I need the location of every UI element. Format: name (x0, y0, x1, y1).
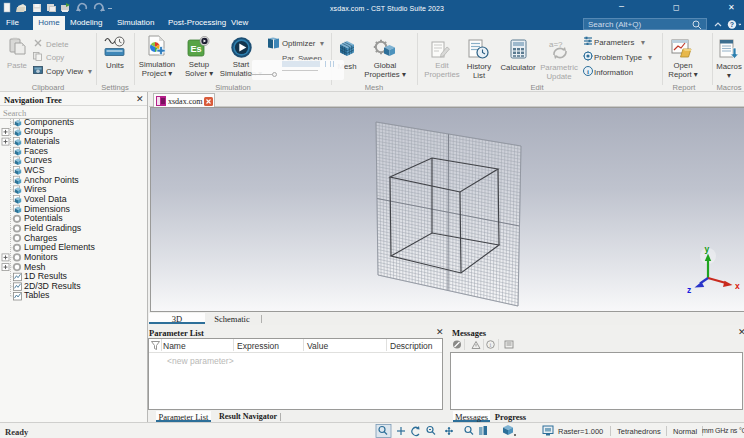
svg-text:i: i (490, 341, 492, 348)
svg-text:?: ? (730, 21, 734, 28)
svg-text:z: z (687, 285, 691, 295)
svg-text:x: x (735, 281, 740, 291)
svg-text:Es: Es (190, 44, 201, 54)
svg-text:y: y (705, 244, 710, 254)
